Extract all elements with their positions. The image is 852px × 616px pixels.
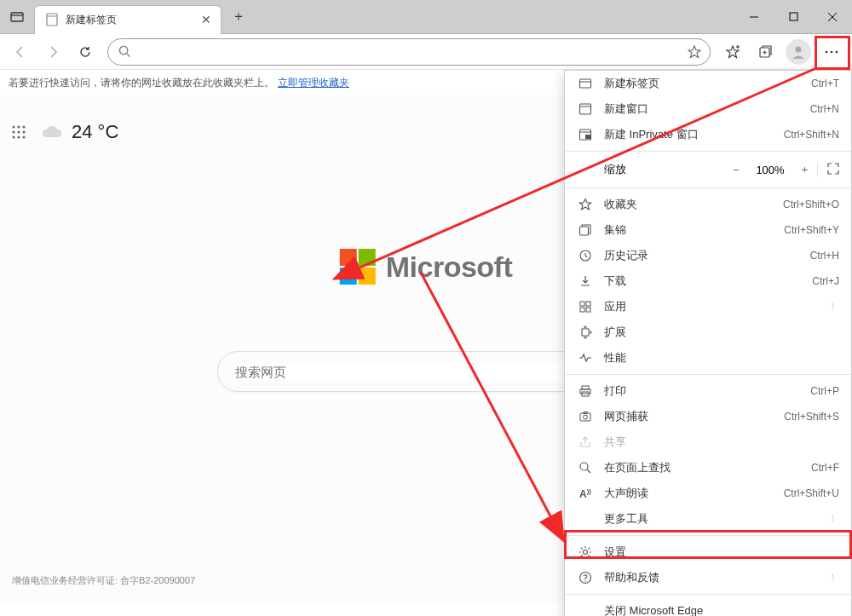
svg-rect-34 [585,135,590,139]
zoom-in-button[interactable]: ＋ [792,162,817,177]
svg-point-47 [580,463,588,470]
svg-point-20 [18,126,20,129]
tab-title: 新建标签页 [66,13,199,27]
menu-print[interactable]: 打印 Ctrl+P [565,378,851,404]
search-icon [118,45,131,58]
profile-button[interactable] [786,39,811,65]
microsoft-squares-icon [340,249,376,285]
forward-button[interactable] [37,37,68,67]
collections-button[interactable] [750,37,780,67]
menu-share: 共享 [565,429,851,455]
help-icon [579,571,592,584]
read-aloud-icon: A)) [579,487,591,500]
window-controls [734,0,852,34]
web-search-input[interactable] [235,365,617,379]
menu-extensions[interactable]: 扩展 [565,320,851,345]
menu-find[interactable]: 在页面上查找 Ctrl+F [565,455,851,481]
forward-icon [46,45,60,59]
avatar-icon [789,43,808,61]
svg-rect-28 [580,79,591,88]
svg-point-27 [23,136,26,139]
svg-point-21 [23,126,26,129]
apps-grid-button[interactable] [12,125,26,139]
top-widgets: 24 °C [12,121,118,143]
refresh-button[interactable] [70,37,101,67]
svg-point-25 [13,136,15,139]
zoom-value: 100% [749,164,792,176]
minimize-button[interactable] [734,0,774,34]
new-tab-button[interactable]: ＋ [227,5,250,29]
page-icon [45,13,59,26]
menu-apps[interactable]: 应用 〉 [565,294,851,320]
svg-point-22 [13,131,15,134]
bookmark-hint-text: 若要进行快速访问，请将你的网址收藏放在此收藏夹栏上。 [9,76,274,90]
menu-web-capture[interactable]: 网页捕获 Ctrl+Shift+S [565,404,851,429]
svg-line-9 [127,54,130,57]
star-icon [579,198,592,211]
annotation-box-more [815,36,850,70]
menu-close-edge[interactable]: 关闭 Microsoft Edge [565,598,851,616]
tab-close-button[interactable]: ✕ [199,12,214,27]
svg-rect-35 [580,227,589,235]
menu-history[interactable]: 历史记录 Ctrl+H [565,243,851,268]
fullscreen-icon [827,163,839,175]
menu-favorites[interactable]: 收藏夹 Ctrl+Shift+O [565,192,851,217]
menu-downloads[interactable]: 下载 Ctrl+J [565,268,851,294]
zoom-out-button[interactable]: − [723,164,749,176]
svg-point-23 [18,131,20,134]
share-icon [579,435,592,449]
favorites-icon [725,44,740,60]
capture-icon [579,410,592,423]
new-window-icon [579,102,592,116]
svg-point-45 [584,415,588,419]
toolbar [0,34,852,70]
chevron-right-icon: 〉 [831,301,839,313]
svg-point-15 [796,46,802,52]
close-window-button[interactable] [813,0,852,34]
collections-icon [579,223,592,237]
svg-rect-40 [586,308,590,312]
fullscreen-button[interactable] [817,163,843,177]
extension-icon [579,325,592,339]
favorites-button[interactable] [717,37,748,67]
tab-manager-button[interactable] [0,0,34,34]
address-bar[interactable] [107,38,711,66]
menu-new-tab[interactable]: 新建标签页 Ctrl+T [565,71,851,96]
microsoft-logo: Microsoft [340,249,513,285]
cloud-icon [41,124,63,140]
back-icon [14,45,27,59]
heartbeat-icon [579,351,592,365]
chevron-right-icon: 〉 [831,513,839,525]
svg-point-24 [23,131,26,134]
maximize-icon [789,12,798,21]
tab-manager-icon [10,10,24,24]
titlebar: 新建标签页 ✕ ＋ [0,0,852,34]
gear-icon [579,545,592,559]
svg-rect-38 [586,302,590,306]
svg-rect-41 [582,386,589,389]
svg-point-8 [119,46,127,54]
weather-widget[interactable]: 24 °C [41,121,118,143]
menu-collections[interactable]: 集锦 Ctrl+Shift+Y [565,217,851,243]
menu-more-tools[interactable]: 更多工具 〉 [565,506,851,532]
download-icon [579,274,592,288]
browser-tab[interactable]: 新建标签页 ✕ [34,5,222,34]
menu-help[interactable]: 帮助和反馈 〉 [565,565,851,590]
star-icon [688,45,701,59]
menu-read-aloud[interactable]: A)) 大声朗读 Ctrl+Shift+U [565,481,851,506]
svg-line-48 [587,469,590,473]
back-button[interactable] [5,37,36,67]
svg-point-49 [584,550,588,555]
menu-settings[interactable]: 设置 [565,539,851,565]
menu-new-window[interactable]: 新建窗口 Ctrl+N [565,96,851,122]
svg-rect-44 [580,413,590,421]
find-icon [579,461,592,475]
favorite-star-button[interactable] [682,40,706,64]
manage-favorites-link[interactable]: 立即管理收藏夹 [278,76,349,90]
address-input[interactable] [138,45,682,59]
print-icon [579,384,592,398]
menu-new-inprivate[interactable]: 新建 InPrivate 窗口 Ctrl+Shift+N [565,122,851,147]
maximize-button[interactable] [774,0,813,34]
apps-icon [579,300,592,314]
menu-performance[interactable]: 性能 [565,345,851,371]
